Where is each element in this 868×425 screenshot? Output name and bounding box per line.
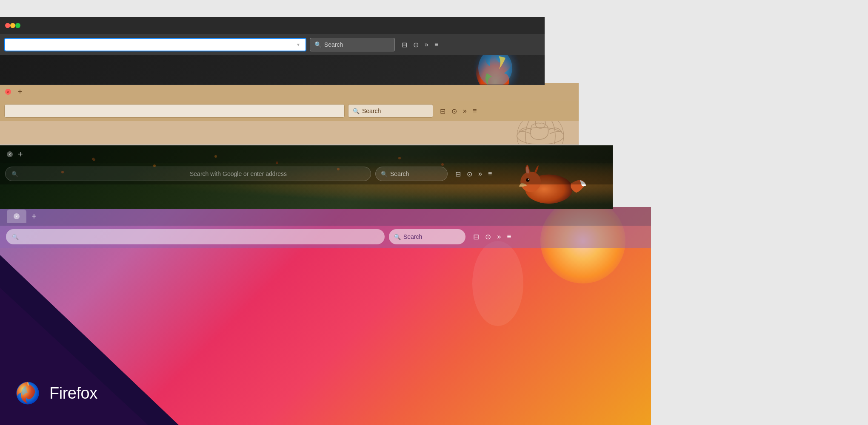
toolbar-icons-4: ⊟ ⊙ » ≡ (473, 232, 511, 241)
searchbar-3[interactable]: 🔍 Search (375, 167, 448, 181)
firefox-logo-icon (13, 378, 43, 408)
new-tab-button-4[interactable]: + (31, 212, 37, 221)
searchbar-1[interactable]: 🔍 Search (310, 38, 395, 51)
searchbar-4[interactable]: 🔍 Search (389, 229, 465, 244)
svg-point-4 (517, 128, 564, 144)
close-button-3[interactable]: × (7, 151, 13, 157)
search-icon-2: 🔍 (353, 108, 360, 114)
search-label-3: Search (390, 170, 409, 177)
titlebar-3: × + (0, 145, 613, 163)
search-icon-3: 🔍 (381, 171, 388, 177)
search-icon-1: 🔍 (314, 41, 322, 48)
sidebar-icon-3[interactable]: ⊟ (455, 170, 461, 178)
sidebar-icon-4[interactable]: ⊟ (473, 232, 479, 241)
overflow-icon-2[interactable]: » (463, 107, 467, 115)
min-dot-1[interactable] (10, 23, 15, 28)
url-text-3: Search with Google or enter address (190, 170, 365, 177)
search-label-1: Search (324, 41, 343, 48)
close-dot-1[interactable] (5, 23, 10, 28)
close-button-2[interactable]: × (5, 89, 11, 95)
account-icon-1[interactable]: ⊙ (413, 41, 419, 49)
svg-point-2 (517, 121, 564, 144)
dragon-sketch-icon (489, 121, 566, 144)
max-dot-1[interactable] (15, 23, 20, 28)
toolbar-3: 🔍 Search with Google or enter address 🔍 … (0, 163, 613, 184)
search-label-2: Search (362, 108, 381, 114)
toolbar-icons-1: ⊟ ⊙ » ≡ (402, 41, 438, 49)
new-tab-button-3[interactable]: + (18, 150, 23, 159)
menu-icon-2[interactable]: ≡ (473, 107, 477, 115)
urlbar-1[interactable]: ▾ (4, 38, 306, 51)
menu-icon-1[interactable]: ≡ (434, 41, 438, 48)
active-tab-4[interactable]: × (7, 210, 26, 223)
browser2-background (0, 121, 579, 144)
titlebar-1 (0, 17, 545, 34)
toolbar-4: 🔍 🔍 Search ⊟ ⊙ » ≡ (0, 226, 651, 248)
overflow-icon-1[interactable]: » (425, 41, 428, 48)
browser3-content-area (0, 184, 613, 209)
toolbar-2: 🔍 Search ⊟ ⊙ » ≡ (0, 101, 579, 121)
toolbar-1: ▾ 🔍 Search ⊟ ⊙ » ≡ (0, 34, 545, 55)
menu-icon-3[interactable]: ≡ (488, 170, 492, 178)
urlbar-3[interactable]: 🔍 Search with Google or enter address (5, 167, 371, 181)
titlebar-2: × + (0, 83, 579, 101)
overflow-icon-3[interactable]: » (478, 170, 482, 178)
sidebar-icon-2[interactable]: ⊟ (440, 107, 445, 115)
search-icon-3a: 🔍 (11, 171, 186, 177)
search-icon-4a: 🔍 (12, 234, 19, 240)
browser1-background (0, 55, 545, 85)
urlbar-2[interactable] (4, 104, 345, 118)
toolbar-icons-2: ⊟ ⊙ » ≡ (440, 107, 477, 115)
titlebar-4: × + (0, 207, 651, 226)
firefox-brand-name: Firefox (49, 384, 97, 402)
search-icon-4: 🔍 (394, 234, 401, 240)
overflow-icon-4[interactable]: » (497, 232, 501, 241)
svg-point-3 (525, 121, 555, 144)
account-icon-3[interactable]: ⊙ (467, 170, 472, 178)
toolbar-icons-3: ⊟ ⊙ » ≡ (455, 170, 492, 178)
menu-icon-4[interactable]: ≡ (507, 232, 511, 241)
browser-window-3: × + 🔍 Search with Google or enter addres… (0, 145, 613, 209)
close-button-4[interactable]: × (14, 213, 20, 219)
sidebar-icon-1[interactable]: ⊟ (402, 41, 407, 49)
urlbar-dropdown-1[interactable]: ▾ (294, 41, 302, 48)
searchbar-2[interactable]: 🔍 Search (348, 104, 433, 118)
browser-window-1: ▾ 🔍 Search ⊟ ⊙ » ≡ (0, 17, 545, 85)
browser-window-2: × + 🔍 Search ⊟ ⊙ » ≡ (0, 83, 579, 144)
firefox-flame-icon (451, 55, 536, 85)
firefox-branding: Firefox (13, 378, 97, 408)
account-icon-4[interactable]: ⊙ (485, 232, 491, 241)
new-tab-button-2[interactable]: + (15, 87, 25, 96)
search-label-4: Search (403, 233, 422, 240)
account-icon-2[interactable]: ⊙ (451, 107, 457, 115)
urlbar-4[interactable]: 🔍 (6, 229, 385, 244)
svg-point-1 (478, 55, 512, 85)
